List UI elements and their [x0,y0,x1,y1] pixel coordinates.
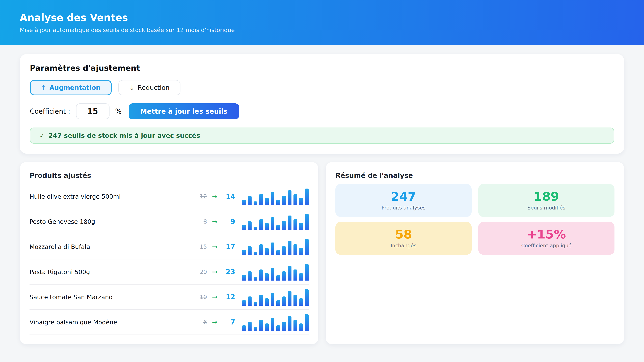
sparkline-bar [259,219,263,230]
sparkline-bar [242,325,246,331]
stat-label: Coefficient appliqué [521,243,572,249]
sparkline-bar [242,275,246,281]
old-threshold: 20 [194,269,207,275]
sparkline-bar [271,268,274,281]
sparkline-bar [265,248,269,255]
sparkline-bar [305,189,308,205]
arrow-up-icon: ↑ [41,84,46,91]
sparkline-bar [305,214,308,230]
old-threshold: 6 [194,319,207,326]
success-text: 247 seuils de stock mis à jour avec succ… [48,132,200,139]
sparkline-bar [288,291,292,306]
sparkline-bar [254,252,257,255]
adjustment-parameters-card: Paramètres d'ajustement ↑ Augmentation ↓… [20,54,624,154]
sparkline-bar [265,223,269,230]
adjusted-products-card: Produits ajustés Huile olive extra vierg… [20,162,318,344]
sparkline-bar [265,298,269,306]
sparkline-bar [254,277,257,281]
sparkline-bar [276,200,280,205]
coefficient-input[interactable] [76,103,110,119]
arrow-right-icon: → [212,243,217,250]
sparkline-bar [294,194,297,205]
stat-value: +15% [527,228,566,240]
sales-history-sparkline [242,188,308,205]
sparkline-bar [305,314,308,331]
sales-history-sparkline [242,263,308,281]
stat-value: 58 [395,228,412,240]
sparkline-bar [305,264,308,281]
update-thresholds-button[interactable]: Mettre à jour les seuils [129,103,239,119]
stat-label: Produits analysés [382,205,426,211]
reduction-label: Réduction [138,84,170,91]
sparkline-bar [276,275,280,281]
sparkline-bar [271,318,274,331]
sparkline-bar [299,273,303,281]
sparkline-bar [248,322,252,331]
sparkline-bar [276,300,280,306]
reduction-button[interactable]: ↓ Réduction [118,80,180,95]
new-threshold: 23 [222,268,235,276]
product-name: Pasta Rigatoni 500g [30,269,194,275]
sparkline-bar [254,327,257,331]
sparkline-bar [294,219,297,230]
coefficient-label: Coefficient : [30,107,70,115]
augmentation-button[interactable]: ↑ Augmentation [30,80,112,95]
stat-coefficient-applied: +15% Coefficient appliqué [478,222,614,255]
mode-toggle-group: ↑ Augmentation ↓ Réduction [30,80,614,95]
sparkline-bar [282,322,286,331]
sparkline-bar [271,217,274,230]
sparkline-bar [282,271,286,281]
sparkline-bar [242,250,246,255]
sparkline-bar [276,325,280,331]
sparkline-bar [271,243,274,255]
sparkline-bar [282,221,286,230]
stat-thresholds-modified: 189 Seuils modifiés [478,184,614,217]
sparkline-bar [271,192,274,205]
sparkline-bar [282,297,286,306]
sparkline-bar [299,324,303,331]
sparkline-bar [254,227,257,230]
sales-history-sparkline [242,288,308,306]
analysis-summary-card: Résumé de l'analyse 247 Produits analysé… [326,162,624,344]
old-threshold: 15 [194,243,207,250]
new-threshold: 17 [222,243,235,251]
stat-label: Seuils modifiés [528,205,565,211]
page-subtitle: Mise à jour automatique des seuils de st… [20,27,624,33]
sparkline-bar [288,216,292,230]
sparkline-bar [265,324,269,331]
sparkline-bar [276,225,280,230]
new-threshold: 7 [222,318,235,326]
sparkline-bar [254,201,257,205]
sparkline-bar [294,320,297,331]
old-threshold: 8 [194,218,207,225]
sparkline-bar [288,190,292,205]
sales-history-sparkline [242,238,308,255]
page-header: Analyse des Ventes Mise à jour automatiq… [0,0,644,45]
sparkline-bar [282,196,286,205]
success-message: ✓ 247 seuils de stock mis à jour avec su… [30,128,614,144]
stats-grid: 247 Produits analysés 189 Seuils modifié… [336,184,614,255]
sparkline-bar [288,316,292,331]
sparkline-bar [248,196,252,205]
sparkline-bar [259,244,263,255]
product-name: Vinaigre balsamique Modène [30,319,194,326]
sparkline-bar [259,320,263,331]
sparkline-bar [288,266,292,281]
sparkline-bar [259,270,263,281]
sparkline-bar [248,271,252,281]
sparkline-bar [265,198,269,205]
sparkline-bar [299,198,303,205]
product-name: Huile olive extra vierge 500ml [30,193,194,200]
sparkline-bar [242,300,246,306]
sparkline-bar [248,221,252,230]
sparkline-bar [294,270,297,281]
sparkline-bar [294,244,297,255]
percent-sign: % [115,107,122,115]
new-threshold: 14 [222,193,235,200]
arrow-right-icon: → [212,319,217,326]
sparkline-bar [305,289,308,306]
new-threshold: 9 [222,218,235,225]
coefficient-row: Coefficient : % Mettre à jour les seuils [30,103,614,119]
product-name: Mozzarella di Bufala [30,243,194,250]
product-row: Huile olive extra vierge 500ml 12 → 14 [30,184,308,209]
